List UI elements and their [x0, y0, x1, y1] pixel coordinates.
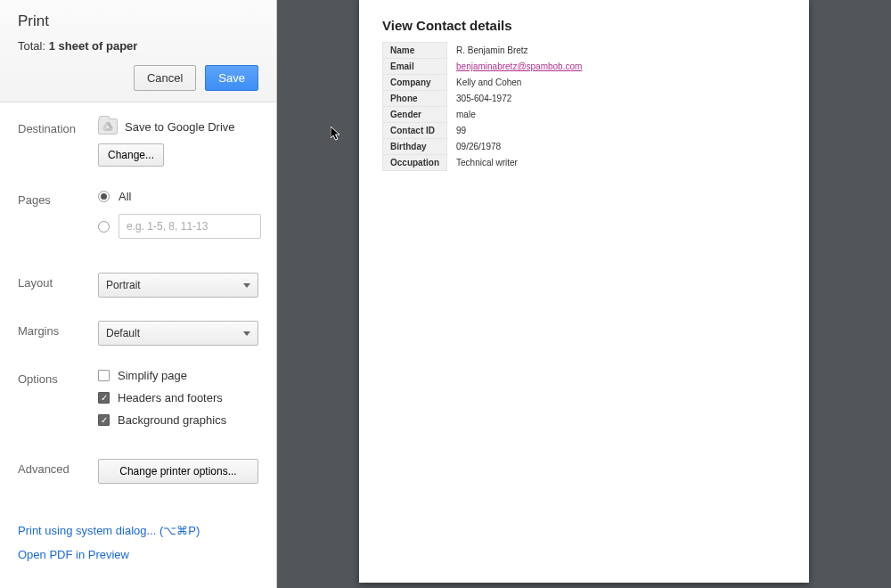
email-value: benjaminabretz@spambob.com	[447, 59, 590, 75]
total-line: Total: 1 sheet of paper	[18, 39, 258, 53]
destination-row: Destination Save to Google Drive Change.…	[18, 118, 258, 167]
options-label: Options	[18, 369, 98, 386]
chevron-down-icon	[243, 331, 250, 336]
margins-label: Margins	[18, 321, 98, 338]
pages-range-input[interactable]	[119, 214, 261, 239]
company-label: Company	[383, 75, 447, 91]
gender-value: male	[447, 107, 590, 123]
name-value: R. Benjamin Bretz	[447, 43, 590, 59]
contactid-label: Contact ID	[383, 123, 447, 139]
table-row: Phone305-604-1972	[383, 91, 590, 107]
pages-all-radio[interactable]	[98, 191, 110, 202]
table-row: Contact ID99	[383, 123, 590, 139]
action-buttons: Cancel Save	[18, 65, 258, 91]
print-preview-area: View Contact details NameR. Benjamin Bre…	[277, 0, 891, 588]
options-row: Options Simplify page Headers and footer…	[18, 369, 258, 436]
cancel-button[interactable]: Cancel	[134, 65, 196, 91]
destination-value: Save to Google Drive	[125, 120, 235, 134]
gender-label: Gender	[383, 107, 447, 123]
table-row: CompanyKelly and Cohen	[383, 75, 590, 91]
footer-links: Print using system dialog... (⌥⌘P) Open …	[0, 524, 276, 588]
headers-footers-label: Headers and footers	[118, 391, 223, 404]
destination-value-line: Save to Google Drive	[98, 118, 258, 135]
preview-page: View Contact details NameR. Benjamin Bre…	[359, 0, 809, 583]
occupation-value: Technical writer	[447, 155, 590, 171]
margins-row: Margins Default	[18, 321, 258, 346]
destination-label: Destination	[18, 118, 98, 135]
contactid-value: 99	[447, 123, 590, 139]
layout-label: Layout	[18, 273, 98, 290]
occupation-label: Occupation	[383, 155, 447, 171]
background-graphics-checkbox[interactable]	[98, 414, 110, 426]
margins-value: Default	[106, 327, 140, 339]
headers-footers-checkbox[interactable]	[98, 392, 110, 404]
pages-all-label: All	[119, 190, 131, 203]
total-prefix: Total:	[18, 39, 49, 53]
open-pdf-preview-link[interactable]: Open PDF in Preview	[18, 548, 258, 561]
save-button[interactable]: Save	[205, 65, 258, 91]
change-printer-options-button[interactable]: Change printer options...	[98, 459, 258, 484]
table-row: Gendermale	[383, 107, 590, 123]
advanced-label: Advanced	[18, 459, 98, 476]
table-row: Emailbenjaminabretz@spambob.com	[383, 59, 590, 75]
settings-panel: Destination Save to Google Drive Change.…	[0, 102, 276, 524]
birthday-value: 09/26/1978	[447, 139, 590, 155]
table-row: NameR. Benjamin Bretz	[383, 43, 590, 59]
email-link[interactable]: benjaminabretz@spambob.com	[456, 61, 582, 71]
simplify-page-checkbox[interactable]	[98, 370, 110, 381]
email-label: Email	[383, 59, 447, 75]
google-drive-icon	[98, 118, 118, 135]
birthday-label: Birthday	[383, 139, 447, 155]
pages-range-radio[interactable]	[98, 221, 110, 233]
change-destination-button[interactable]: Change...	[98, 143, 164, 167]
background-graphics-label: Background graphics	[118, 413, 226, 427]
company-value: Kelly and Cohen	[447, 75, 590, 91]
dialog-title: Print	[18, 12, 258, 30]
name-label: Name	[383, 43, 447, 59]
simplify-page-label: Simplify page	[118, 369, 187, 382]
layout-row: Layout Portrait	[18, 273, 258, 298]
chevron-down-icon	[243, 283, 250, 288]
layout-value: Portrait	[106, 279, 141, 291]
sidebar-header: Print Total: 1 sheet of paper Cancel Sav…	[0, 0, 276, 102]
total-count: 1 sheet of paper	[49, 39, 138, 53]
print-sidebar: Print Total: 1 sheet of paper Cancel Sav…	[0, 0, 277, 588]
margins-select[interactable]: Default	[98, 321, 258, 346]
phone-label: Phone	[383, 91, 447, 107]
svg-marker-2	[104, 128, 113, 131]
advanced-row: Advanced Change printer options...	[18, 459, 258, 484]
phone-value: 305-604-1972	[447, 91, 590, 107]
table-row: Birthday09/26/1978	[383, 139, 590, 155]
cursor-icon	[331, 127, 341, 143]
pages-label: Pages	[18, 190, 98, 207]
system-dialog-link[interactable]: Print using system dialog... (⌥⌘P)	[18, 524, 258, 537]
pages-row: Pages All	[18, 190, 258, 249]
layout-select[interactable]: Portrait	[98, 273, 258, 298]
preview-title: View Contact details	[382, 18, 786, 33]
table-row: OccupationTechnical writer	[383, 155, 590, 171]
contact-details-table: NameR. Benjamin Bretz Emailbenjaminabret…	[382, 42, 590, 171]
